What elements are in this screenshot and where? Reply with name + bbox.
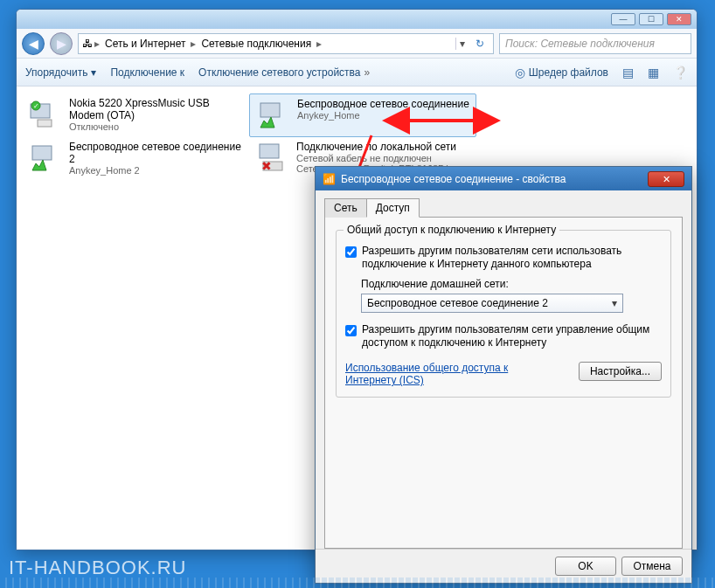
network-icon: 🖧 bbox=[82, 38, 93, 50]
breadcrumb-seg-2[interactable]: Сетевые подключения bbox=[198, 38, 315, 50]
svg-text:✖: ✖ bbox=[261, 159, 272, 173]
shredder-button[interactable]: ◎ Шредер файлов bbox=[515, 66, 608, 80]
tab-strip: Сеть Доступ bbox=[324, 198, 683, 218]
disable-device-button[interactable]: Отключение сетевого устройства » bbox=[198, 66, 370, 79]
chevron-down-icon: ▾ bbox=[612, 297, 617, 309]
settings-button[interactable]: Настройка... bbox=[579, 362, 662, 381]
tab-access[interactable]: Доступ bbox=[366, 198, 420, 218]
wifi-icon bbox=[27, 141, 62, 176]
chevron-right-icon: ▸ bbox=[191, 38, 196, 50]
watermark: IT-HANDBOOK.RU bbox=[9, 557, 186, 579]
connection-name: Беспроводное сетевое соединение 2 bbox=[69, 141, 244, 165]
chevron-right-icon: » bbox=[364, 66, 371, 79]
connection-item[interactable]: ✓ Nokia 5220 XpressMusic USB Modem (OTA)… bbox=[22, 93, 249, 137]
svg-rect-5 bbox=[32, 146, 52, 160]
maximize-button[interactable]: ☐ bbox=[639, 13, 663, 25]
connection-sub: Сетевой кабель не подключен bbox=[296, 153, 456, 163]
allow-share-label: Разрешить другим пользователям сети испо… bbox=[362, 245, 662, 271]
dialog-title: Беспроводное сетевое соединение - свойст… bbox=[341, 173, 566, 185]
ok-button[interactable]: OK bbox=[555, 557, 616, 576]
dialog-titlebar: 📶 Беспроводное сетевое соединение - свой… bbox=[316, 167, 691, 190]
connection-name: Подключение по локальной сети bbox=[296, 141, 456, 153]
chevron-right-icon: ▸ bbox=[316, 38, 322, 50]
svg-rect-6 bbox=[260, 144, 279, 158]
dialog-close-button[interactable]: ✕ bbox=[648, 171, 684, 187]
svg-rect-1 bbox=[38, 120, 52, 127]
lan-disconnected-icon: ✖ bbox=[254, 141, 289, 176]
back-button[interactable]: ◀ bbox=[22, 32, 45, 55]
refresh-icon[interactable]: ↻ bbox=[470, 38, 489, 50]
connection-sub: Anykey_Home 2 bbox=[69, 165, 244, 176]
allow-share-checkbox[interactable] bbox=[345, 246, 357, 258]
tab-network[interactable]: Сеть bbox=[324, 198, 367, 218]
wifi-small-icon: 📶 bbox=[323, 173, 336, 185]
cancel-button[interactable]: Отмена bbox=[621, 557, 683, 576]
command-bar: Упорядочить▾ Подключение к Отключение се… bbox=[17, 59, 697, 86]
window-titlebar: — ☐ ✕ bbox=[17, 10, 697, 29]
chevron-right-icon: ▸ bbox=[94, 38, 100, 50]
wifi-icon bbox=[255, 98, 290, 133]
ics-groupbox: Общий доступ к подключению к Интернету Р… bbox=[336, 230, 671, 398]
connection-item[interactable]: Беспроводное сетевое соединение Anykey_H… bbox=[249, 93, 476, 137]
torn-edge-decoration bbox=[0, 578, 715, 588]
view-options-icon[interactable]: ▤ bbox=[622, 66, 634, 80]
chevron-down-icon: ▾ bbox=[91, 66, 96, 79]
connection-status: Отключено bbox=[69, 121, 244, 132]
home-connection-combo[interactable]: Беспроводное сетевое соединение 2 ▾ bbox=[361, 294, 623, 313]
search-placeholder: Поиск: Сетевые подключения bbox=[505, 38, 655, 50]
breadcrumb-dropdown[interactable]: ▾ bbox=[455, 38, 469, 50]
minimize-button[interactable]: — bbox=[611, 13, 635, 25]
ics-help-link[interactable]: Использование общего доступа к Интернету… bbox=[345, 362, 529, 386]
organize-button[interactable]: Упорядочить▾ bbox=[25, 66, 96, 79]
groupbox-legend: Общий доступ к подключению к Интернету bbox=[344, 224, 559, 236]
shredder-icon: ◎ bbox=[515, 66, 525, 80]
combo-value: Беспроводное сетевое соединение 2 bbox=[367, 297, 548, 309]
close-button[interactable]: ✕ bbox=[667, 13, 691, 25]
properties-dialog: 📶 Беспроводное сетевое соединение - свой… bbox=[315, 166, 692, 584]
allow-control-checkbox[interactable] bbox=[345, 325, 357, 336]
nav-bar: ◀ ▶ 🖧 ▸ Сеть и Интернет ▸ Сетевые подклю… bbox=[17, 29, 697, 59]
modem-icon: ✓ bbox=[27, 97, 62, 132]
svg-rect-4 bbox=[260, 103, 280, 117]
connection-name: Беспроводное сетевое соединение bbox=[297, 98, 469, 110]
preview-pane-icon[interactable]: ▦ bbox=[648, 66, 659, 80]
search-input[interactable]: Поиск: Сетевые подключения bbox=[499, 33, 691, 54]
forward-button[interactable]: ▶ bbox=[50, 32, 73, 55]
connection-item[interactable]: Беспроводное сетевое соединение 2 Anykey… bbox=[22, 137, 249, 179]
connection-name: Nokia 5220 XpressMusic USB Modem (OTA) bbox=[69, 97, 244, 121]
tab-panel-access: Общий доступ к подключению к Интернету Р… bbox=[324, 217, 683, 549]
breadcrumb[interactable]: 🖧 ▸ Сеть и Интернет ▸ Сетевые подключени… bbox=[78, 33, 494, 54]
connect-to-button[interactable]: Подключение к bbox=[110, 66, 184, 79]
svg-text:✓: ✓ bbox=[33, 102, 39, 110]
home-connection-label: Подключение домашней сети: bbox=[361, 278, 662, 290]
allow-control-label: Разрешить другим пользователям сети упра… bbox=[362, 323, 662, 349]
connection-sub: Anykey_Home bbox=[297, 110, 469, 121]
help-icon[interactable]: ❔ bbox=[673, 66, 688, 80]
breadcrumb-seg-1[interactable]: Сеть и Интернет bbox=[101, 38, 189, 50]
